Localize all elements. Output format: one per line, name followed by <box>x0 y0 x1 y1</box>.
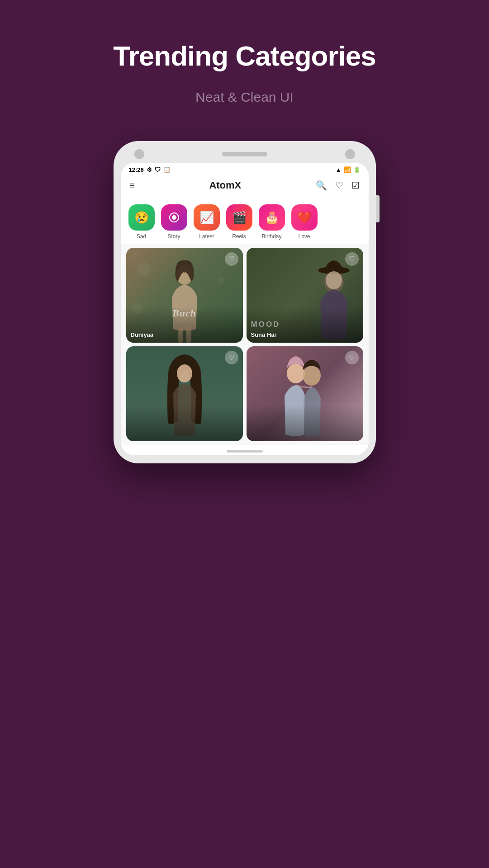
home-indicator <box>227 450 263 453</box>
svg-point-7 <box>326 271 342 289</box>
app-bar-actions: 🔍 ♡ ☑ <box>316 180 360 191</box>
speaker <box>222 152 267 156</box>
categories-row: 😢 Sad Story 📈 Latest <box>121 196 369 244</box>
svg-point-10 <box>303 366 321 386</box>
svg-point-8 <box>177 364 192 382</box>
category-sad-icon: 😢 <box>128 204 155 231</box>
page-subtitle: Neat & Clean UI <box>113 90 375 105</box>
card-2-heart-button[interactable]: ♡ <box>345 252 359 266</box>
content-grid: Buch ♡ Duniyaa <box>121 244 369 445</box>
category-reels[interactable]: 🎬 Reels <box>226 204 253 240</box>
page-title: Trending Categories <box>113 41 375 71</box>
search-icon[interactable]: 🔍 <box>316 180 327 191</box>
page-header: Trending Categories Neat & Clean UI <box>113 0 375 114</box>
card-1-title: Duniyaa <box>131 331 154 338</box>
category-story-icon <box>161 204 187 231</box>
wifi-icon: ▲ <box>336 166 342 173</box>
category-love-label: Love <box>298 233 310 240</box>
bookmark-icon[interactable]: ☑ <box>351 180 360 191</box>
app-name: AtomX <box>209 179 241 191</box>
camera-dot-left <box>134 149 144 159</box>
phone-bottom-row <box>121 445 369 455</box>
svg-point-1 <box>172 215 176 220</box>
category-reels-label: Reels <box>232 233 246 240</box>
status-right: ▲ 📶 🔋 <box>336 166 361 173</box>
category-story[interactable]: Story <box>161 204 188 240</box>
app-bar: ≡ AtomX 🔍 ♡ ☑ <box>121 175 369 196</box>
card-4[interactable]: ♡ <box>247 346 363 441</box>
category-story-label: Story <box>167 233 180 240</box>
category-love-icon: ❤️ <box>291 204 318 231</box>
card-4-overlay <box>247 405 363 441</box>
status-time: 12:26 <box>129 166 144 173</box>
status-left: 12:26 ⚙ 🛡 📋 <box>129 166 171 173</box>
category-birthday[interactable]: 🎂 Birthday <box>258 204 285 240</box>
signal-icon: 📶 <box>344 166 351 173</box>
card-2-title: Suna Hai <box>251 331 276 338</box>
svg-point-9 <box>287 363 305 383</box>
phone-top-bar <box>121 149 369 159</box>
menu-icon[interactable]: ≡ <box>130 180 135 191</box>
phone-screen: 12:26 ⚙ 🛡 📋 ▲ 📶 🔋 ≡ AtomX 🔍 ♡ ☑ <box>121 163 369 455</box>
category-sad-label: Sad <box>137 233 146 240</box>
card-1-heart-button[interactable]: ♡ <box>225 252 238 266</box>
phone-mockup: 12:26 ⚙ 🛡 📋 ▲ 📶 🔋 ≡ AtomX 🔍 ♡ ☑ <box>114 141 376 463</box>
category-latest-icon: 📈 <box>194 204 220 231</box>
category-reels-icon: 🎬 <box>226 204 252 231</box>
camera-dot-right <box>345 149 355 159</box>
card-suna-hai[interactable]: MOOD ♡ Suna Hai <box>247 248 363 343</box>
category-birthday-label: Birthday <box>261 233 281 240</box>
category-sad[interactable]: 😢 Sad <box>128 204 155 240</box>
shield-status-icon: 🛡 <box>155 166 161 173</box>
category-love[interactable]: ❤️ Love <box>291 204 318 240</box>
settings-status-icon: ⚙ <box>147 166 152 173</box>
card-duniyaa[interactable]: Buch ♡ Duniyaa <box>126 248 243 343</box>
power-button <box>376 195 380 222</box>
phone-frame: 12:26 ⚙ 🛡 📋 ▲ 📶 🔋 ≡ AtomX 🔍 ♡ ☑ <box>114 141 376 463</box>
heart-icon[interactable]: ♡ <box>335 180 343 191</box>
category-latest[interactable]: 📈 Latest <box>193 204 220 240</box>
battery-status-icon: 📋 <box>163 166 171 173</box>
status-bar: 12:26 ⚙ 🛡 📋 ▲ 📶 🔋 <box>121 163 369 175</box>
card-4-heart-button[interactable]: ♡ <box>345 351 359 364</box>
card-3-overlay <box>126 405 243 441</box>
battery-icon: 🔋 <box>353 166 361 173</box>
card-3[interactable]: ♡ <box>126 346 243 441</box>
category-birthday-icon: 🎂 <box>259 204 285 231</box>
category-latest-label: Latest <box>199 233 214 240</box>
card-3-heart-button[interactable]: ♡ <box>225 351 238 364</box>
